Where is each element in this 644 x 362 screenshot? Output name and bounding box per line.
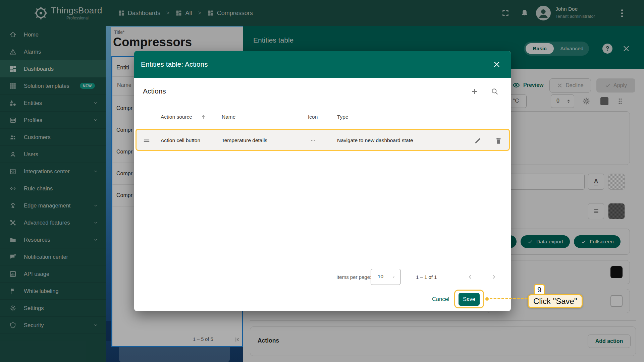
add-icon[interactable] <box>470 87 479 96</box>
cell-name: Temperature details <box>222 137 267 143</box>
save-highlight-ring <box>454 290 484 308</box>
page-size-select[interactable]: 10 <box>371 269 401 285</box>
edit-pencil-icon[interactable] <box>473 136 482 145</box>
screen: ThingsBoard Professional Dashboards>All>… <box>0 0 644 362</box>
column-header-icon[interactable]: Icon <box>308 114 318 120</box>
annotation-step-number: 9 <box>534 284 545 296</box>
chevron-down-icon <box>392 276 396 279</box>
column-header-type[interactable]: Type <box>337 114 348 120</box>
annotation-connector-dash <box>490 298 528 299</box>
sort-asc-icon[interactable] <box>200 114 206 120</box>
cell-action-source: Action cell button <box>161 137 200 143</box>
more-horiz-icon <box>308 138 318 143</box>
annotation-label: Click "Save" <box>528 294 583 308</box>
dialog-close-icon[interactable] <box>492 60 501 69</box>
cancel-button[interactable]: Cancel <box>432 296 449 302</box>
column-header-action-source[interactable]: Action source <box>161 114 192 120</box>
paginator-range: 1 – 1 of 1 <box>416 274 437 280</box>
delete-trash-icon[interactable] <box>494 136 503 145</box>
dialog-title: Entities table: Actions <box>141 60 208 68</box>
annotation-connector-dot <box>485 297 489 301</box>
search-icon[interactable] <box>490 87 499 96</box>
chevron-left-icon[interactable] <box>466 273 474 281</box>
column-header-name[interactable]: Name <box>222 114 235 120</box>
action-table-row[interactable]: Action cell button Temperature details N… <box>136 129 510 151</box>
cell-type: Navigate to new dashboard state <box>337 137 413 143</box>
items-per-page-label: Items per page: <box>336 274 371 280</box>
entities-table-actions-dialog: Entities table: Actions Actions Action s… <box>134 51 511 311</box>
drag-handle-icon[interactable] <box>143 137 151 144</box>
dialog-section-title: Actions <box>143 87 166 95</box>
divider <box>134 266 511 266</box>
chevron-right-icon[interactable] <box>490 273 498 281</box>
